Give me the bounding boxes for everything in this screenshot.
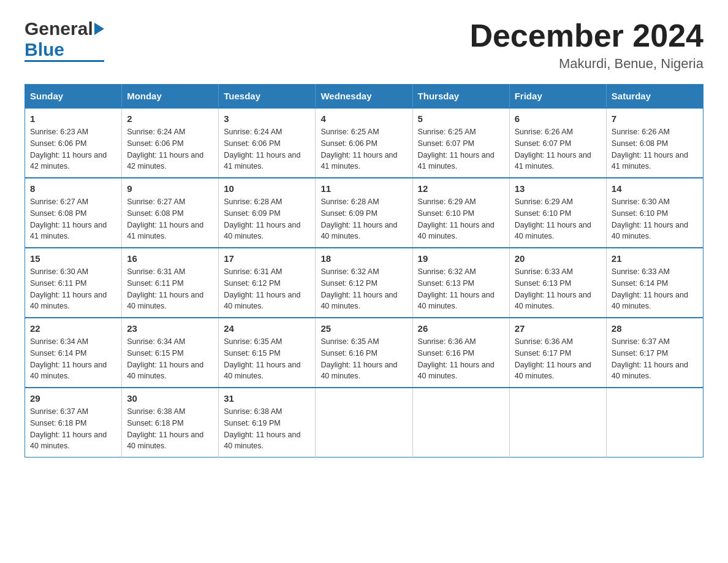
day-number: 26 bbox=[418, 323, 504, 334]
day-info: Sunrise: 6:30 AM Sunset: 6:10 PM Dayligh… bbox=[612, 196, 698, 242]
day-info: Sunrise: 6:24 AM Sunset: 6:06 PM Dayligh… bbox=[127, 126, 213, 172]
calendar-day-cell: 12 Sunrise: 6:29 AM Sunset: 6:10 PM Dayl… bbox=[412, 178, 509, 248]
calendar-day-cell: 18 Sunrise: 6:32 AM Sunset: 6:12 PM Dayl… bbox=[316, 248, 412, 318]
day-number: 4 bbox=[320, 113, 407, 124]
calendar-day-cell: 16 Sunrise: 6:31 AM Sunset: 6:11 PM Dayl… bbox=[122, 248, 219, 318]
calendar-header-cell: Thursday bbox=[412, 85, 509, 109]
calendar-day-cell: 30 Sunrise: 6:38 AM Sunset: 6:18 PM Dayl… bbox=[122, 388, 219, 458]
day-info: Sunrise: 6:26 AM Sunset: 6:08 PM Dayligh… bbox=[612, 126, 698, 172]
day-number: 30 bbox=[127, 393, 213, 404]
calendar-day-cell bbox=[412, 388, 509, 458]
day-info: Sunrise: 6:38 AM Sunset: 6:19 PM Dayligh… bbox=[224, 406, 310, 452]
day-info: Sunrise: 6:33 AM Sunset: 6:14 PM Dayligh… bbox=[612, 266, 698, 312]
day-number: 31 bbox=[224, 393, 310, 404]
calendar-day-cell: 13 Sunrise: 6:29 AM Sunset: 6:10 PM Dayl… bbox=[509, 178, 606, 248]
day-info: Sunrise: 6:28 AM Sunset: 6:09 PM Dayligh… bbox=[320, 196, 407, 242]
calendar-day-cell: 6 Sunrise: 6:26 AM Sunset: 6:07 PM Dayli… bbox=[509, 108, 606, 178]
day-info: Sunrise: 6:37 AM Sunset: 6:18 PM Dayligh… bbox=[30, 406, 116, 452]
day-info: Sunrise: 6:38 AM Sunset: 6:18 PM Dayligh… bbox=[127, 406, 213, 452]
calendar-body: 1 Sunrise: 6:23 AM Sunset: 6:06 PM Dayli… bbox=[25, 108, 703, 458]
page-header: General Blue December 2024 Makurdi, Benu… bbox=[25, 18, 703, 72]
day-number: 24 bbox=[224, 323, 310, 334]
calendar-day-cell: 25 Sunrise: 6:35 AM Sunset: 6:16 PM Dayl… bbox=[316, 318, 412, 388]
logo-blue-text: Blue bbox=[25, 39, 64, 60]
day-info: Sunrise: 6:32 AM Sunset: 6:12 PM Dayligh… bbox=[320, 266, 407, 312]
day-info: Sunrise: 6:27 AM Sunset: 6:08 PM Dayligh… bbox=[127, 196, 213, 242]
calendar-header-cell: Friday bbox=[509, 85, 606, 109]
day-number: 28 bbox=[612, 323, 698, 334]
calendar-day-cell bbox=[509, 388, 606, 458]
day-number: 2 bbox=[127, 113, 213, 124]
calendar-day-cell: 20 Sunrise: 6:33 AM Sunset: 6:13 PM Dayl… bbox=[509, 248, 606, 318]
calendar-day-cell bbox=[316, 388, 412, 458]
calendar-day-cell: 15 Sunrise: 6:30 AM Sunset: 6:11 PM Dayl… bbox=[25, 248, 122, 318]
calendar-day-cell: 1 Sunrise: 6:23 AM Sunset: 6:06 PM Dayli… bbox=[25, 108, 122, 178]
day-number: 9 bbox=[127, 183, 213, 194]
day-info: Sunrise: 6:31 AM Sunset: 6:11 PM Dayligh… bbox=[127, 266, 213, 312]
day-info: Sunrise: 6:31 AM Sunset: 6:12 PM Dayligh… bbox=[224, 266, 310, 312]
day-number: 12 bbox=[418, 183, 504, 194]
calendar-day-cell: 4 Sunrise: 6:25 AM Sunset: 6:06 PM Dayli… bbox=[316, 108, 412, 178]
logo-underline bbox=[25, 60, 104, 62]
calendar-header-cell: Saturday bbox=[606, 85, 703, 109]
day-info: Sunrise: 6:36 AM Sunset: 6:16 PM Dayligh… bbox=[418, 336, 504, 382]
day-number: 23 bbox=[127, 323, 213, 334]
calendar-day-cell: 2 Sunrise: 6:24 AM Sunset: 6:06 PM Dayli… bbox=[122, 108, 219, 178]
day-info: Sunrise: 6:30 AM Sunset: 6:11 PM Dayligh… bbox=[30, 266, 116, 312]
calendar-day-cell: 10 Sunrise: 6:28 AM Sunset: 6:09 PM Dayl… bbox=[219, 178, 316, 248]
day-info: Sunrise: 6:33 AM Sunset: 6:13 PM Dayligh… bbox=[515, 266, 601, 312]
calendar-week-row: 8 Sunrise: 6:27 AM Sunset: 6:08 PM Dayli… bbox=[25, 178, 703, 248]
day-number: 18 bbox=[320, 253, 407, 264]
day-number: 22 bbox=[30, 323, 116, 334]
calendar-day-cell bbox=[606, 388, 703, 458]
day-number: 15 bbox=[30, 253, 116, 264]
day-info: Sunrise: 6:24 AM Sunset: 6:06 PM Dayligh… bbox=[224, 126, 310, 172]
day-info: Sunrise: 6:28 AM Sunset: 6:09 PM Dayligh… bbox=[224, 196, 310, 242]
calendar-day-cell: 26 Sunrise: 6:36 AM Sunset: 6:16 PM Dayl… bbox=[412, 318, 509, 388]
day-info: Sunrise: 6:25 AM Sunset: 6:07 PM Dayligh… bbox=[418, 126, 504, 172]
calendar-week-row: 29 Sunrise: 6:37 AM Sunset: 6:18 PM Dayl… bbox=[25, 388, 703, 458]
day-info: Sunrise: 6:32 AM Sunset: 6:13 PM Dayligh… bbox=[418, 266, 504, 312]
calendar-table: SundayMondayTuesdayWednesdayThursdayFrid… bbox=[25, 84, 703, 458]
day-number: 14 bbox=[612, 183, 698, 194]
day-number: 3 bbox=[224, 113, 310, 124]
day-number: 13 bbox=[515, 183, 601, 194]
calendar-day-cell: 8 Sunrise: 6:27 AM Sunset: 6:08 PM Dayli… bbox=[25, 178, 122, 248]
calendar-day-cell: 19 Sunrise: 6:32 AM Sunset: 6:13 PM Dayl… bbox=[412, 248, 509, 318]
day-number: 29 bbox=[30, 393, 116, 404]
calendar-day-cell: 28 Sunrise: 6:37 AM Sunset: 6:17 PM Dayl… bbox=[606, 318, 703, 388]
day-info: Sunrise: 6:29 AM Sunset: 6:10 PM Dayligh… bbox=[418, 196, 504, 242]
day-info: Sunrise: 6:37 AM Sunset: 6:17 PM Dayligh… bbox=[612, 336, 698, 382]
day-number: 27 bbox=[515, 323, 601, 334]
logo-arrow-icon bbox=[94, 23, 104, 35]
logo-general-text: General bbox=[25, 18, 93, 39]
title-block: December 2024 Makurdi, Benue, Nigeria bbox=[469, 18, 703, 72]
day-number: 19 bbox=[418, 253, 504, 264]
calendar-day-cell: 31 Sunrise: 6:38 AM Sunset: 6:19 PM Dayl… bbox=[219, 388, 316, 458]
calendar-day-cell: 27 Sunrise: 6:36 AM Sunset: 6:17 PM Dayl… bbox=[509, 318, 606, 388]
calendar-week-row: 1 Sunrise: 6:23 AM Sunset: 6:06 PM Dayli… bbox=[25, 108, 703, 178]
calendar-day-cell: 17 Sunrise: 6:31 AM Sunset: 6:12 PM Dayl… bbox=[219, 248, 316, 318]
day-number: 21 bbox=[612, 253, 698, 264]
calendar-week-row: 22 Sunrise: 6:34 AM Sunset: 6:14 PM Dayl… bbox=[25, 318, 703, 388]
calendar-header: SundayMondayTuesdayWednesdayThursdayFrid… bbox=[25, 85, 703, 109]
day-number: 5 bbox=[418, 113, 504, 124]
calendar-day-cell: 9 Sunrise: 6:27 AM Sunset: 6:08 PM Dayli… bbox=[122, 178, 219, 248]
day-info: Sunrise: 6:34 AM Sunset: 6:15 PM Dayligh… bbox=[127, 336, 213, 382]
day-info: Sunrise: 6:29 AM Sunset: 6:10 PM Dayligh… bbox=[515, 196, 601, 242]
day-number: 6 bbox=[515, 113, 601, 124]
day-number: 16 bbox=[127, 253, 213, 264]
day-number: 10 bbox=[224, 183, 310, 194]
day-info: Sunrise: 6:26 AM Sunset: 6:07 PM Dayligh… bbox=[515, 126, 601, 172]
day-info: Sunrise: 6:25 AM Sunset: 6:06 PM Dayligh… bbox=[320, 126, 407, 172]
day-number: 8 bbox=[30, 183, 116, 194]
calendar-day-cell: 22 Sunrise: 6:34 AM Sunset: 6:14 PM Dayl… bbox=[25, 318, 122, 388]
calendar-header-cell: Sunday bbox=[25, 85, 122, 109]
day-number: 11 bbox=[320, 183, 407, 194]
calendar-header-cell: Monday bbox=[122, 85, 219, 109]
calendar-day-cell: 14 Sunrise: 6:30 AM Sunset: 6:10 PM Dayl… bbox=[606, 178, 703, 248]
day-info: Sunrise: 6:36 AM Sunset: 6:17 PM Dayligh… bbox=[515, 336, 601, 382]
calendar-day-cell: 5 Sunrise: 6:25 AM Sunset: 6:07 PM Dayli… bbox=[412, 108, 509, 178]
calendar-day-cell: 11 Sunrise: 6:28 AM Sunset: 6:09 PM Dayl… bbox=[316, 178, 412, 248]
page-subtitle: Makurdi, Benue, Nigeria bbox=[469, 56, 703, 72]
